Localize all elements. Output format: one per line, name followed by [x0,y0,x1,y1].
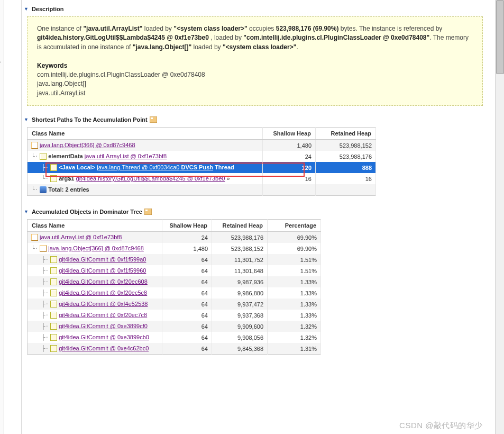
table-row[interactable]: └·elementData java.util.ArrayList @ 0xf1… [28,151,376,162]
table-row[interactable]: ├·git4idea.GitCommit @ 0xf4e52538649,937… [28,299,321,310]
instance-icon [50,175,57,182]
object-array-icon [31,142,38,149]
instance-icon [50,323,57,330]
section-description-header[interactable]: ▼ Description [24,6,483,12]
section-dominator-header[interactable]: ▼ Accumulated Objects in Dominator Tree [24,209,483,215]
description-box: One instance of "java.util.ArrayList" lo… [27,16,483,106]
instance-icon [50,345,57,352]
table-row[interactable]: ├·git4idea.GitCommit @ 0xe3899cf0649,909… [28,321,321,332]
table-row-selected[interactable]: ├·<Java Local> java.lang.Thread @ 0xf003… [28,162,376,173]
class-link[interactable]: java.lang.Object[366] @ 0xd87c9468 [48,245,144,251]
class-link[interactable]: git4idea.GitCommit @ 0xe3899cf0 [59,323,148,329]
instance-icon [50,164,57,171]
table-row[interactable]: java.util.ArrayList @ 0xf1e73bf824523,98… [28,232,321,243]
col-shallow-heap[interactable]: Shallow Heap [263,128,316,140]
col-retained-heap[interactable]: Retained Heap [212,220,268,232]
keywords-label: Keywords [37,62,67,69]
section-paths-header[interactable]: ▼ Shortest Paths To the Accumulation Poi… [24,116,483,123]
paths-table: Class Name Shallow Heap Retained Heap ja… [27,127,376,196]
svg-rect-2 [144,209,152,215]
class-link[interactable]: java.lang.Thread @ 0xf0034ca0 DVCS Push [97,164,213,170]
instance-icon [50,290,57,296]
instance-icon [50,312,57,319]
svg-rect-3 [145,210,148,211]
instance-icon [50,301,57,308]
section-title: Description [32,6,64,12]
table-row[interactable]: java.lang.Object[366] @ 0xd87c9468 1,480… [28,140,376,151]
class-link[interactable]: java.lang.Object[366] @ 0xd87c9468 [40,142,135,148]
class-link[interactable]: git4idea.GitCommit @ 0xf20ec608 [59,278,148,285]
instance-icon [40,245,47,252]
left-gutter: ▸ [0,0,4,434]
class-link[interactable]: java.util.ArrayList @ 0xf1e73bf8 [40,234,122,240]
class-link[interactable]: git4idea.GitCommit @ 0xf20ec7c8 [59,312,147,318]
class-link[interactable]: git4idea.GitCommit @ 0xf1f599a0 [59,256,146,263]
class-link[interactable]: git4idea.GitCommit @ 0xe4c62bc0 [59,345,149,351]
instance-icon [40,153,47,160]
class-link[interactable]: git4idea.GitCommit @ 0xf1f59960 [59,267,146,274]
scrollbar-thumb[interactable] [496,0,504,74]
table-row[interactable]: ├·git4idea.GitCommit @ 0xf20ec608649,987… [28,276,321,287]
table-row-total: └·Total: 2 entries [28,184,376,196]
instance-icon [50,278,57,285]
table-row[interactable]: ├·git4idea.GitCommit @ 0xf20ec5c8649,986… [28,287,321,299]
table-row[interactable]: ├·git4idea.GitCommit @ 0xe4c62bc0649,845… [28,343,321,355]
section-decorator-icon [144,209,152,215]
collapse-icon[interactable]: ▼ [24,209,29,214]
keyword-line: java.lang.Object[] [37,80,86,87]
keyword-line: com.intellij.ide.plugins.cl.PluginClassL… [37,71,205,78]
instance-icon [31,234,38,241]
col-percentage[interactable]: Percentage [268,220,321,232]
class-link[interactable]: git4idea.history.GitLogUtil$$Lambda$4245… [76,175,225,182]
col-class-name[interactable]: Class Name [28,128,263,140]
table-row[interactable]: ├·git4idea.GitCommit @ 0xf1f599a06411,30… [28,254,321,265]
class-link[interactable]: git4idea.GitCommit @ 0xf20ec5c8 [59,290,147,296]
table-row[interactable]: └·java.lang.Object[366] @ 0xd87c94681,48… [28,243,321,254]
col-shallow-heap[interactable]: Shallow Heap [162,220,212,232]
watermark: CSDN @敲代码的华少 [399,421,483,431]
collapse-icon[interactable]: ▼ [24,117,29,122]
sigma-icon [40,186,47,193]
vertical-scrollbar[interactable] [495,0,504,434]
col-retained-heap[interactable]: Retained Heap [316,128,376,140]
class-link[interactable]: git4idea.GitCommit @ 0xf4e52538 [59,301,148,307]
table-row[interactable]: ├·git4idea.GitCommit @ 0xf1f599606411,30… [28,265,321,276]
collapse-icon[interactable]: ▼ [24,6,29,12]
instance-icon [50,256,57,263]
section-title: Shortest Paths To the Accumulation Point [32,116,148,123]
class-link[interactable]: git4idea.GitCommit @ 0xe3899cb0 [59,334,149,340]
section-title: Accumulated Objects in Dominator Tree [32,209,142,215]
dominator-table: Class Name Shallow Heap Retained Heap Pe… [27,219,321,355]
svg-rect-0 [150,116,157,123]
section-decorator-icon [150,116,157,123]
instance-icon [50,267,57,274]
class-link[interactable]: java.util.ArrayList @ 0xf1e73bf8 [85,153,167,159]
table-row[interactable]: ├·git4idea.GitCommit @ 0xf20ec7c8649,937… [28,310,321,321]
table-row[interactable]: └·arg$1 git4idea.history.GitLogUtil$$Lam… [28,173,376,184]
table-row[interactable]: ├·git4idea.GitCommit @ 0xe3899cb0649,908… [28,332,321,343]
svg-rect-1 [151,117,153,119]
col-class-name[interactable]: Class Name [28,220,162,232]
instance-icon [50,334,57,341]
drag-handle-icon[interactable]: ▸ [0,58,1,65]
keyword-line: java.util.ArrayList [37,89,85,97]
